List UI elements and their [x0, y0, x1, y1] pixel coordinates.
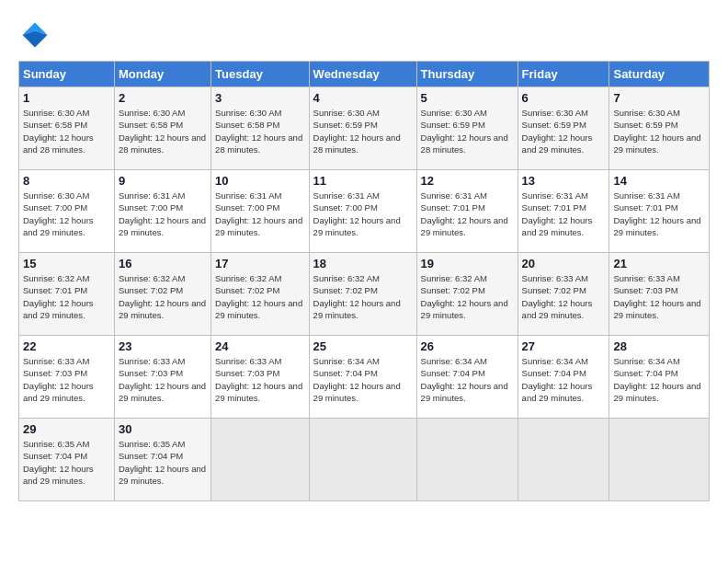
header-cell-saturday: Saturday [609, 62, 710, 87]
day-number: 3 [215, 91, 305, 105]
day-info: Sunrise: 6:35 AM Sunset: 7:04 PM Dayligh… [119, 438, 207, 487]
day-number: 7 [613, 91, 705, 105]
calendar-cell: 29 Sunrise: 6:35 AM Sunset: 7:04 PM Dayl… [19, 419, 115, 501]
calendar-cell [309, 419, 416, 501]
calendar-cell: 7 Sunrise: 6:30 AM Sunset: 6:59 PM Dayli… [609, 87, 710, 170]
calendar-cell: 15 Sunrise: 6:32 AM Sunset: 7:01 PM Dayl… [19, 253, 115, 336]
day-info: Sunrise: 6:32 AM Sunset: 7:02 PM Dayligh… [215, 272, 305, 321]
day-info: Sunrise: 6:31 AM Sunset: 7:01 PM Dayligh… [421, 190, 514, 238]
logo-icon [18, 18, 51, 52]
calendar-cell: 14 Sunrise: 6:31 AM Sunset: 7:01 PM Dayl… [609, 170, 710, 253]
day-number: 17 [215, 257, 305, 270]
calendar-cell [211, 419, 310, 501]
day-number: 14 [613, 174, 705, 188]
calendar-cell [518, 419, 609, 501]
calendar-cell: 19 Sunrise: 6:32 AM Sunset: 7:02 PM Dayl… [416, 253, 518, 336]
day-number: 5 [421, 91, 514, 105]
calendar-header: SundayMondayTuesdayWednesdayThursdayFrid… [19, 62, 710, 87]
day-number: 21 [613, 257, 705, 270]
day-number: 11 [313, 174, 413, 188]
calendar-cell: 12 Sunrise: 6:31 AM Sunset: 7:01 PM Dayl… [416, 170, 518, 253]
day-info: Sunrise: 6:30 AM Sunset: 6:59 PM Dayligh… [613, 107, 705, 155]
calendar-cell: 24 Sunrise: 6:33 AM Sunset: 7:03 PM Dayl… [211, 336, 310, 419]
calendar-cell: 27 Sunrise: 6:34 AM Sunset: 7:04 PM Dayl… [518, 336, 609, 419]
calendar-cell: 9 Sunrise: 6:31 AM Sunset: 7:00 PM Dayli… [115, 170, 211, 253]
calendar-table: SundayMondayTuesdayWednesdayThursdayFrid… [18, 61, 710, 501]
calendar-cell: 11 Sunrise: 6:31 AM Sunset: 7:00 PM Dayl… [309, 170, 416, 253]
header-cell-friday: Friday [518, 62, 609, 87]
day-info: Sunrise: 6:34 AM Sunset: 7:04 PM Dayligh… [421, 355, 514, 404]
header-cell-monday: Monday [115, 62, 211, 87]
day-number: 2 [119, 91, 207, 105]
calendar-body: 1 Sunrise: 6:30 AM Sunset: 6:58 PM Dayli… [19, 87, 710, 501]
header-cell-wednesday: Wednesday [309, 62, 416, 87]
calendar-cell: 6 Sunrise: 6:30 AM Sunset: 6:59 PM Dayli… [518, 87, 609, 170]
calendar-cell: 10 Sunrise: 6:31 AM Sunset: 7:00 PM Dayl… [211, 170, 310, 253]
calendar-cell: 4 Sunrise: 6:30 AM Sunset: 6:59 PM Dayli… [309, 87, 416, 170]
day-info: Sunrise: 6:30 AM Sunset: 6:58 PM Dayligh… [23, 107, 110, 155]
day-number: 13 [522, 174, 606, 188]
day-info: Sunrise: 6:30 AM Sunset: 6:58 PM Dayligh… [119, 107, 207, 155]
day-number: 25 [313, 339, 413, 353]
day-info: Sunrise: 6:30 AM Sunset: 6:59 PM Dayligh… [313, 107, 413, 155]
calendar-cell: 1 Sunrise: 6:30 AM Sunset: 6:58 PM Dayli… [19, 87, 115, 170]
header-cell-sunday: Sunday [19, 62, 115, 87]
calendar-cell: 13 Sunrise: 6:31 AM Sunset: 7:01 PM Dayl… [518, 170, 609, 253]
day-number: 20 [522, 257, 606, 270]
calendar-cell [416, 419, 518, 501]
calendar-cell: 28 Sunrise: 6:34 AM Sunset: 7:04 PM Dayl… [609, 336, 710, 419]
day-number: 19 [421, 257, 514, 270]
day-number: 18 [313, 257, 413, 270]
calendar-cell: 8 Sunrise: 6:30 AM Sunset: 7:00 PM Dayli… [19, 170, 115, 253]
header-row: SundayMondayTuesdayWednesdayThursdayFrid… [19, 62, 710, 87]
day-info: Sunrise: 6:34 AM Sunset: 7:04 PM Dayligh… [613, 355, 705, 404]
calendar-cell [609, 419, 710, 501]
logo [18, 18, 55, 52]
day-number: 6 [522, 91, 606, 105]
day-info: Sunrise: 6:31 AM Sunset: 7:01 PM Dayligh… [522, 190, 606, 238]
day-info: Sunrise: 6:33 AM Sunset: 7:03 PM Dayligh… [613, 272, 705, 321]
day-number: 9 [119, 174, 207, 188]
day-info: Sunrise: 6:33 AM Sunset: 7:03 PM Dayligh… [215, 355, 305, 404]
day-info: Sunrise: 6:30 AM Sunset: 6:59 PM Dayligh… [522, 107, 606, 155]
day-number: 28 [613, 339, 705, 353]
day-info: Sunrise: 6:34 AM Sunset: 7:04 PM Dayligh… [313, 355, 413, 404]
calendar-cell: 26 Sunrise: 6:34 AM Sunset: 7:04 PM Dayl… [416, 336, 518, 419]
day-number: 10 [215, 174, 305, 188]
day-info: Sunrise: 6:33 AM Sunset: 7:03 PM Dayligh… [23, 355, 110, 404]
day-number: 27 [522, 339, 606, 353]
day-info: Sunrise: 6:31 AM Sunset: 7:00 PM Dayligh… [119, 190, 207, 238]
day-number: 8 [23, 174, 110, 188]
header-cell-thursday: Thursday [416, 62, 518, 87]
calendar-cell: 16 Sunrise: 6:32 AM Sunset: 7:02 PM Dayl… [115, 253, 211, 336]
calendar-cell: 23 Sunrise: 6:33 AM Sunset: 7:03 PM Dayl… [115, 336, 211, 419]
calendar-cell: 20 Sunrise: 6:33 AM Sunset: 7:02 PM Dayl… [518, 253, 609, 336]
day-info: Sunrise: 6:31 AM Sunset: 7:00 PM Dayligh… [215, 190, 305, 238]
day-info: Sunrise: 6:32 AM Sunset: 7:02 PM Dayligh… [421, 272, 514, 321]
calendar-cell: 25 Sunrise: 6:34 AM Sunset: 7:04 PM Dayl… [309, 336, 416, 419]
calendar-cell: 18 Sunrise: 6:32 AM Sunset: 7:02 PM Dayl… [309, 253, 416, 336]
day-info: Sunrise: 6:31 AM Sunset: 7:00 PM Dayligh… [313, 190, 413, 238]
week-row-2: 8 Sunrise: 6:30 AM Sunset: 7:00 PM Dayli… [19, 170, 710, 253]
day-number: 12 [421, 174, 514, 188]
page-header [18, 18, 710, 52]
calendar-cell: 30 Sunrise: 6:35 AM Sunset: 7:04 PM Dayl… [115, 419, 211, 501]
calendar-cell: 22 Sunrise: 6:33 AM Sunset: 7:03 PM Dayl… [19, 336, 115, 419]
week-row-3: 15 Sunrise: 6:32 AM Sunset: 7:01 PM Dayl… [19, 253, 710, 336]
day-info: Sunrise: 6:33 AM Sunset: 7:02 PM Dayligh… [522, 272, 606, 321]
day-number: 26 [421, 339, 514, 353]
day-info: Sunrise: 6:32 AM Sunset: 7:02 PM Dayligh… [119, 272, 207, 321]
day-info: Sunrise: 6:35 AM Sunset: 7:04 PM Dayligh… [23, 438, 110, 487]
day-number: 22 [23, 339, 110, 353]
day-info: Sunrise: 6:30 AM Sunset: 7:00 PM Dayligh… [23, 190, 110, 238]
day-info: Sunrise: 6:31 AM Sunset: 7:01 PM Dayligh… [613, 190, 705, 238]
calendar-cell: 5 Sunrise: 6:30 AM Sunset: 6:59 PM Dayli… [416, 87, 518, 170]
day-number: 24 [215, 339, 305, 353]
week-row-5: 29 Sunrise: 6:35 AM Sunset: 7:04 PM Dayl… [19, 419, 710, 501]
day-info: Sunrise: 6:32 AM Sunset: 7:02 PM Dayligh… [313, 272, 413, 321]
day-info: Sunrise: 6:33 AM Sunset: 7:03 PM Dayligh… [119, 355, 207, 404]
day-info: Sunrise: 6:30 AM Sunset: 6:58 PM Dayligh… [215, 107, 305, 155]
day-number: 15 [23, 257, 110, 270]
week-row-4: 22 Sunrise: 6:33 AM Sunset: 7:03 PM Dayl… [19, 336, 710, 419]
day-number: 16 [119, 257, 207, 270]
